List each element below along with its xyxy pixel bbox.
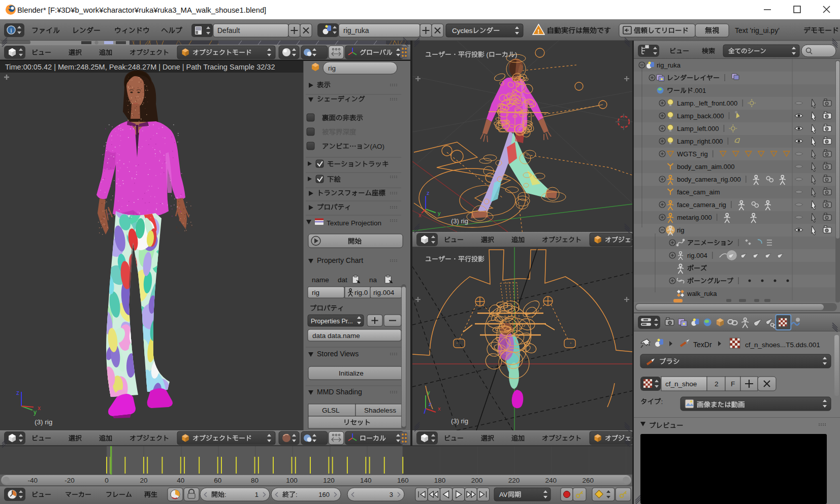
svg-text:AV: AV bbox=[499, 491, 508, 498]
svg-text:Lamp_right.000: Lamp_right.000 bbox=[677, 138, 723, 145]
svg-text:y: y bbox=[438, 210, 441, 216]
svg-text:Texture Projection: Texture Projection bbox=[327, 219, 381, 227]
svg-text:metarig.000: metarig.000 bbox=[677, 214, 712, 221]
svg-text:y: y bbox=[34, 409, 37, 416]
svg-text::: : bbox=[224, 491, 227, 498]
svg-text:rig_ruka: rig_ruka bbox=[343, 26, 369, 35]
svg-text:Time:00:05.42 | Mem:248.25M, P: Time:00:05.42 | Mem:248.25M, Peak:248.27… bbox=[5, 63, 275, 71]
svg-text:180: 180 bbox=[434, 477, 446, 484]
svg-text:rig_ruka: rig_ruka bbox=[657, 61, 681, 69]
svg-text:cf_n_shoe: cf_n_shoe bbox=[665, 380, 697, 388]
svg-text:240: 240 bbox=[545, 477, 557, 484]
svg-text:z: z bbox=[16, 389, 19, 396]
svg-text:GLSL: GLSL bbox=[322, 407, 340, 414]
svg-text:Lamp._left_front.000: Lamp._left_front.000 bbox=[677, 99, 737, 107]
svg-text::: : bbox=[661, 398, 663, 406]
svg-text:Default: Default bbox=[217, 26, 240, 35]
svg-text:Properties Pr...: Properties Pr... bbox=[311, 318, 353, 325]
svg-text:x: x bbox=[38, 405, 41, 412]
svg-text:160: 160 bbox=[318, 491, 330, 498]
svg-text:Cycles: Cycles bbox=[452, 27, 473, 35]
svg-text:rig.0: rig.0 bbox=[354, 289, 368, 296]
svg-text:(3) rig: (3) rig bbox=[35, 418, 52, 426]
svg-text:na: na bbox=[369, 276, 377, 284]
svg-text:data data.name: data data.name bbox=[312, 332, 360, 340]
svg-text:140: 140 bbox=[360, 477, 372, 484]
svg-text:Initialize: Initialize bbox=[339, 369, 364, 377]
svg-text:Property Chart: Property Chart bbox=[317, 256, 363, 264]
svg-text:x: x bbox=[418, 212, 422, 218]
svg-text:2: 2 bbox=[715, 380, 719, 388]
svg-text:Text 'rig_ui.py': Text 'rig_ui.py' bbox=[735, 26, 780, 35]
svg-text:160: 160 bbox=[397, 477, 409, 484]
svg-text:(AO): (AO) bbox=[370, 143, 385, 150]
svg-text:220: 220 bbox=[508, 477, 520, 484]
svg-text:!: ! bbox=[537, 27, 539, 35]
svg-text:Blender* [F:¥3D¥b_work¥charact: Blender* [F:¥3D¥b_work¥charactor¥ruka¥ru… bbox=[17, 6, 266, 14]
svg-text:Stored Views: Stored Views bbox=[317, 350, 359, 358]
svg-text:dat: dat bbox=[338, 276, 347, 284]
svg-text:body_camera_rig.000: body_camera_rig.000 bbox=[677, 176, 741, 183]
svg-text:x: x bbox=[438, 406, 441, 412]
svg-text:260: 260 bbox=[582, 477, 594, 484]
svg-text:y: y bbox=[427, 389, 430, 395]
svg-text:Lamp_left.000: Lamp_left.000 bbox=[677, 125, 719, 132]
svg-text:F: F bbox=[731, 380, 735, 388]
svg-text:z: z bbox=[429, 401, 432, 407]
svg-text:(3) rig: (3) rig bbox=[451, 217, 468, 225]
svg-text:200: 200 bbox=[471, 477, 483, 484]
svg-text:-40: -40 bbox=[27, 477, 38, 484]
svg-text:face_camera_rig: face_camera_rig bbox=[677, 201, 726, 209]
svg-text:(: ( bbox=[487, 51, 489, 58]
svg-text:name: name bbox=[312, 276, 329, 284]
svg-text:cf_n_shoes...T5.dds.001: cf_n_shoes...T5.dds.001 bbox=[745, 341, 820, 349]
svg-text:80: 80 bbox=[251, 477, 259, 484]
svg-text:Lamp_back.000: Lamp_back.000 bbox=[677, 112, 724, 120]
svg-text:3: 3 bbox=[390, 491, 393, 498]
svg-text:rig.004: rig.004 bbox=[373, 289, 395, 296]
svg-text:100: 100 bbox=[286, 477, 298, 484]
svg-text:face_cam_aim: face_cam_aim bbox=[677, 188, 720, 196]
svg-text:40: 40 bbox=[177, 477, 184, 484]
svg-text:WGTS_rig: WGTS_rig bbox=[677, 150, 708, 158]
svg-text:60: 60 bbox=[214, 477, 221, 484]
svg-text:20: 20 bbox=[140, 477, 147, 484]
svg-text:rig: rig bbox=[677, 226, 684, 234]
svg-text:rig.004: rig.004 bbox=[687, 252, 707, 259]
svg-text:(3) rig: (3) rig bbox=[451, 417, 468, 425]
svg-text:z: z bbox=[427, 190, 430, 196]
svg-text:-20: -20 bbox=[64, 477, 75, 484]
svg-text:120: 120 bbox=[323, 477, 335, 484]
svg-text:walk_ruka: walk_ruka bbox=[687, 290, 717, 297]
svg-text:): ) bbox=[515, 51, 517, 58]
svg-text:1: 1 bbox=[255, 491, 259, 498]
svg-text:MMD Shading: MMD Shading bbox=[317, 388, 362, 396]
svg-text:Shadeless: Shadeless bbox=[364, 407, 396, 414]
svg-text:TexDr: TexDr bbox=[693, 341, 712, 349]
svg-text:0: 0 bbox=[105, 477, 109, 484]
svg-text:.001: .001 bbox=[693, 87, 706, 94]
svg-text::: : bbox=[296, 491, 298, 498]
svg-text:body_cam_aim.000: body_cam_aim.000 bbox=[677, 163, 734, 171]
svg-text:rig: rig bbox=[328, 64, 336, 72]
svg-text:rig: rig bbox=[312, 289, 319, 296]
